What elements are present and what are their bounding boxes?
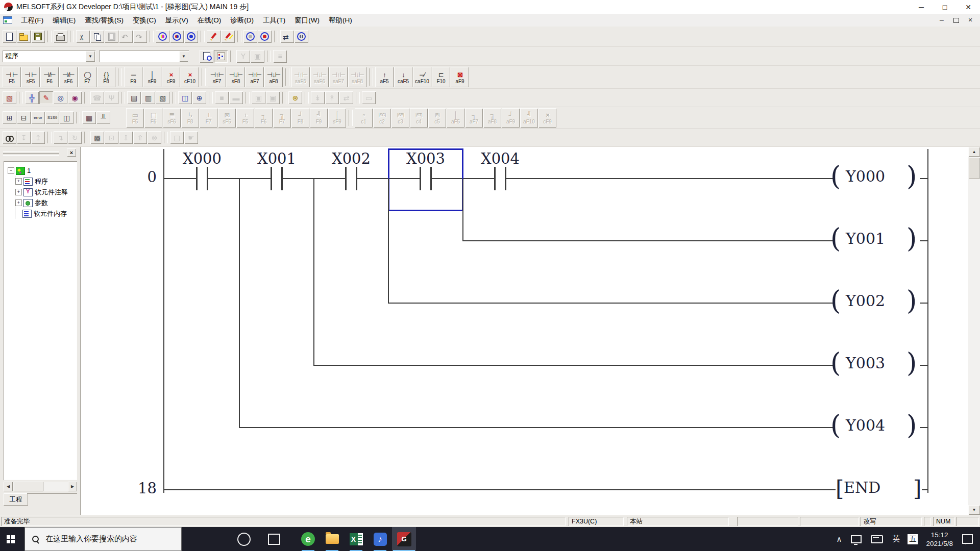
horizontal-line-input-button[interactable]: ⊏F10 (432, 67, 450, 87)
coil-device-label[interactable]: Y000 (846, 167, 902, 185)
close-button[interactable]: ✕ (957, 0, 980, 14)
write-mode-button[interactable] (258, 30, 272, 43)
falling-pulse-branch-button[interactable]: ⊣↓⊢aF8 (264, 67, 283, 87)
copy-button[interactable] (90, 30, 104, 43)
write-edit-button[interactable]: ✎ (39, 91, 53, 104)
sfc-block-button[interactable]: ⊟ (17, 111, 31, 124)
find-in-window-button[interactable] (200, 50, 213, 63)
device-batch-button[interactable]: ▤ (127, 91, 141, 104)
tray-ime-button[interactable]: 五 (908, 534, 918, 544)
sfc-split-button[interactable]: ◫ (60, 111, 74, 124)
ladder-monitor-write-button[interactable] (221, 30, 235, 43)
close-branch-button[interactable]: ⊣/⊢sF6 (59, 67, 78, 87)
navigation-button[interactable]: ╬ (25, 91, 39, 104)
vertical-line-button[interactable]: │sF9 (143, 67, 161, 87)
menu-item-9[interactable]: 帮助(H) (324, 14, 357, 27)
minimize-button[interactable]: ─ (910, 0, 933, 14)
menu-item-2[interactable]: 查找/替换(S) (80, 14, 128, 27)
coil-device-label[interactable]: Y003 (846, 354, 902, 372)
open-branch-button[interactable]: ⊣ ⊢sF5 (21, 67, 40, 87)
sfc-step-button[interactable]: ⊞ (3, 111, 16, 124)
rising-pulse-button[interactable]: ⊣↑⊢sF7 (208, 67, 226, 87)
hscroll-right-button[interactable]: ▶ (68, 482, 77, 491)
transfer-setup-button[interactable] (280, 30, 294, 43)
maximize-button[interactable]: □ (933, 0, 957, 14)
zoom-monitor-button[interactable]: ⊕ (192, 91, 206, 104)
horizontal-line-button[interactable]: ─F9 (124, 67, 142, 87)
coil-device-label[interactable]: Y001 (846, 230, 902, 247)
monitor-mode-button[interactable] (295, 30, 308, 43)
coil-device-label[interactable]: Y004 (846, 416, 902, 434)
tray-keyboard-icon[interactable] (866, 527, 888, 551)
project-tab[interactable]: 工程 (4, 493, 28, 506)
find-button[interactable] (3, 131, 16, 144)
taskbar-app-excel[interactable] (344, 527, 368, 551)
block-select-combobox[interactable]: ▼ (99, 51, 189, 62)
tree-root-item[interactable]: −1 (8, 165, 77, 176)
dark-grid-button[interactable]: ▩ (90, 131, 104, 144)
close-contact-button[interactable]: ⊣/⊢F6 (40, 67, 59, 87)
collapse-icon[interactable]: − (8, 167, 14, 174)
cortana-button[interactable] (237, 533, 251, 546)
tray-language-button[interactable]: 英 (888, 527, 904, 551)
new-project-button[interactable] (3, 30, 16, 43)
vscroll-down-button[interactable]: ▼ (968, 505, 980, 515)
taskbar-app-explorer[interactable] (320, 527, 344, 551)
menu-item-5[interactable]: 在线(O) (193, 14, 226, 27)
tray-chevron-icon[interactable]: ∧ (831, 527, 846, 551)
menu-item-0[interactable]: 工程(F) (16, 14, 48, 27)
vscroll-thumb[interactable] (969, 158, 979, 179)
read-mode-button[interactable] (243, 30, 257, 43)
project-tree-toggle-button[interactable] (214, 50, 228, 63)
write-search-button[interactable]: ◉ (68, 91, 82, 104)
taskbar-app-gx-developer[interactable]: G (392, 527, 416, 551)
panel-grip-handle[interactable] (3, 151, 59, 156)
find-device-button[interactable] (156, 30, 169, 43)
save-project-button[interactable] (31, 30, 45, 43)
taskbar-search-input[interactable]: 在这里输入你要搜索的内容 (24, 527, 182, 551)
menu-item-8[interactable]: 窗口(W) (290, 14, 324, 27)
task-view-button[interactable] (268, 534, 280, 545)
coil-button[interactable]: ◯F7 (78, 67, 96, 87)
delete-vertical-line-button[interactable]: ×cF10 (181, 67, 199, 87)
ladder-logic-test-button[interactable]: ▧ (3, 91, 16, 104)
child-minimize-button[interactable]: ─ (935, 15, 948, 25)
coil-device-label[interactable]: Y002 (846, 292, 902, 310)
combo-dropdown-icon[interactable]: ▼ (179, 51, 188, 62)
delete-horizontal-line-button[interactable]: ×cF9 (162, 67, 180, 87)
menu-item-1[interactable]: 编辑(E) (48, 14, 80, 27)
sfc-sort-button[interactable]: S1S9 (45, 111, 59, 124)
menu-item-3[interactable]: 变换(C) (128, 14, 161, 27)
combo-dropdown-icon[interactable]: ▼ (86, 51, 95, 62)
device-ladder-button[interactable]: ▥ (141, 91, 155, 104)
falling-pulse-button[interactable]: ⊣↓⊢sF8 (227, 67, 245, 87)
open-project-button[interactable] (17, 30, 31, 43)
start-button[interactable] (0, 527, 24, 551)
cut-button[interactable] (76, 30, 90, 43)
taskbar-app-music[interactable]: ♪ (368, 527, 392, 551)
expand-icon[interactable]: + (15, 189, 22, 195)
ladder-pane[interactable]: X000X001X002X003X0040(Y000)(Y001)(Y002)(… (81, 147, 968, 515)
pulse-up-button[interactable]: ↑aF5 (375, 67, 394, 87)
expand-icon[interactable]: + (15, 199, 22, 206)
delete-line-button[interactable]: ⊠aF9 (451, 67, 469, 87)
panel-close-button[interactable]: × (67, 148, 76, 157)
child-restore-button[interactable] (949, 15, 963, 25)
vscroll-up-button[interactable]: ▲ (968, 147, 980, 157)
tree-item-3[interactable]: 软元件内存 (15, 208, 77, 219)
menu-item-7[interactable]: 工具(T) (258, 14, 290, 27)
menu-item-4[interactable]: 显示(V) (161, 14, 193, 27)
circuit-search-button[interactable]: ⊛ (288, 91, 302, 104)
open-contact-button[interactable]: ⊣ ⊢F5 (3, 67, 21, 87)
program-type-combobox[interactable]: 程序▼ (3, 51, 95, 62)
tray-display-icon[interactable] (846, 527, 866, 551)
invert-operation-button[interactable]: ─∕caF10 (413, 67, 431, 87)
sfc-grid-button[interactable]: ▦ (82, 111, 96, 124)
tree-item-0[interactable]: +程序 (15, 176, 77, 187)
menu-item-6[interactable]: 诊断(D) (226, 14, 258, 27)
end-instruction-label[interactable]: END (844, 479, 880, 496)
expand-icon[interactable]: + (15, 178, 22, 185)
tile-windows-button[interactable]: ◫ (178, 91, 192, 104)
read-search-button[interactable]: ◎ (54, 91, 67, 104)
hscroll-thumb[interactable] (14, 482, 43, 491)
